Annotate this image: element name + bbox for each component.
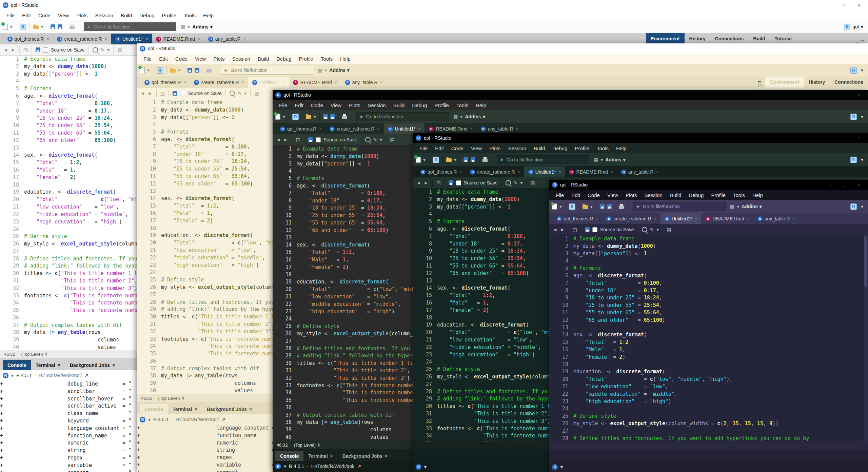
back-icon[interactable]: ◄	[416, 180, 421, 185]
source-editor[interactable]: 1234567891011121314151617181920212223242…	[549, 235, 868, 441]
menu-plots[interactable]: Plots	[623, 191, 640, 199]
code-tools-wand-icon[interactable]: ✎	[373, 137, 377, 142]
save-all-icon[interactable]	[58, 24, 62, 29]
save-icon[interactable]	[51, 24, 55, 29]
save-icon[interactable]	[308, 137, 313, 142]
menu-file[interactable]: File	[416, 144, 431, 152]
editor-scrollbar[interactable]	[864, 235, 868, 441]
dropdown-icon[interactable]: ▾	[324, 67, 327, 73]
forward-icon[interactable]: ►	[424, 180, 429, 185]
tab-close-icon[interactable]: ×	[418, 126, 420, 131]
goto-file-input[interactable]: ➤ Go to file/function	[221, 66, 313, 75]
menu-file[interactable]: File	[553, 191, 567, 199]
dropdown-icon[interactable]: ▾	[107, 47, 110, 53]
close-button[interactable]: ×	[857, 135, 861, 141]
tab-readme-rmd[interactable]: RREADME.Rmd×	[152, 34, 204, 44]
tab-any-table-r[interactable]: Rany_table.R×	[617, 166, 663, 177]
pane-layout-icon[interactable]: ▦	[730, 204, 734, 209]
open-file-icon[interactable]	[170, 69, 176, 73]
tab-close-icon[interactable]: ×	[242, 80, 244, 85]
console-tab-console[interactable]: Console	[140, 404, 168, 414]
forward-icon[interactable]: ►	[560, 227, 565, 232]
goto-file-input[interactable]: ➤ Go to file/function	[84, 22, 176, 31]
tab-close-icon[interactable]: ×	[558, 170, 561, 174]
dropdown-icon[interactable]: ▾	[284, 464, 286, 469]
tab-close-icon[interactable]: ×	[596, 216, 598, 221]
tab-close-icon[interactable]: ×	[46, 37, 49, 41]
tab-close-icon[interactable]: ×	[377, 126, 380, 131]
project-button[interactable]: R qol ▾	[844, 24, 865, 30]
tab-close-icon[interactable]: ×	[459, 170, 462, 174]
tab-qol-themes-r[interactable]: Rqol_themes.R×	[553, 213, 602, 224]
new-file-icon[interactable]: +	[275, 114, 280, 120]
project-button[interactable]: R ▾	[850, 203, 865, 210]
save-icon[interactable]	[323, 114, 328, 119]
save-icon[interactable]	[600, 204, 605, 209]
new-file-icon[interactable]: +	[416, 157, 421, 163]
menu-session[interactable]: Session	[365, 101, 389, 109]
menu-build[interactable]: Build	[531, 144, 548, 152]
env-tab-tutorial[interactable]: Tutorial	[770, 33, 796, 44]
back-icon[interactable]: ◄	[276, 137, 281, 142]
menu-profile[interactable]: Profile	[708, 191, 729, 199]
source-on-save-checkbox[interactable]	[316, 137, 321, 142]
tab-create-rstheme-r[interactable]: Rcreate_rstheme.R×	[466, 166, 524, 177]
source-on-save-checkbox[interactable]	[592, 227, 597, 232]
tab-qol-themes-r[interactable]: Rqol_themes.R×	[416, 166, 466, 177]
compile-report-icon[interactable]: ▤	[254, 91, 259, 96]
tab-close-icon[interactable]: ×	[654, 216, 656, 221]
menu-debug[interactable]: Debug	[549, 144, 570, 152]
menu-file[interactable]: File	[276, 101, 290, 109]
tab-close-icon[interactable]: ×	[611, 170, 613, 174]
search-icon[interactable]	[642, 227, 647, 232]
tab-close-icon[interactable]: ×	[105, 37, 107, 41]
open-file-icon[interactable]	[583, 205, 588, 209]
dropdown-icon[interactable]: ▾	[11, 373, 14, 378]
open-file-icon[interactable]	[33, 25, 39, 29]
menu-plots[interactable]: Plots	[210, 55, 228, 63]
compile-report-icon[interactable]: ▤	[530, 180, 535, 185]
addins-button[interactable]: Addins▾	[605, 157, 625, 162]
tab-readme-rmd[interactable]: RREADME.Rmd×	[289, 77, 341, 88]
menu-help[interactable]: Help	[337, 55, 354, 63]
forward-icon[interactable]: ►	[11, 47, 16, 53]
close-button[interactable]: ×	[857, 182, 861, 188]
tab-close-icon[interactable]: ×	[656, 170, 659, 174]
pane-layout-icon[interactable]: ▦	[318, 67, 322, 73]
tab-create-rstheme-r[interactable]: Rcreate_rstheme.R×	[326, 123, 383, 134]
tab-any-table-r[interactable]: Rany_table.R×	[753, 213, 799, 224]
env-tab-build[interactable]: Build	[749, 33, 770, 44]
menu-profile[interactable]: Profile	[431, 101, 452, 109]
menu-plots[interactable]: Plots	[346, 101, 363, 109]
show-in-new-window-icon[interactable]: ◳	[573, 227, 577, 232]
tab-close-icon[interactable]: ×	[198, 37, 200, 41]
compile-report-icon[interactable]: ▤	[667, 227, 671, 232]
compile-report-icon[interactable]: ▤	[390, 137, 394, 142]
print-icon[interactable]	[342, 116, 347, 119]
print-icon[interactable]	[482, 159, 488, 162]
menu-help[interactable]: Help	[613, 144, 630, 152]
goto-file-input[interactable]: ➤ Go to file/function	[497, 155, 589, 164]
tab-close-icon[interactable]: ×	[470, 126, 473, 131]
pane-layout-icon[interactable]: ▦	[453, 114, 458, 119]
minimize-button[interactable]: –	[829, 135, 831, 141]
console-tab-background-jobs[interactable]: Background Jobs×	[338, 451, 392, 461]
tab-create-rstheme-r[interactable]: Rcreate_rstheme.R×	[190, 77, 248, 88]
tab-close-icon[interactable]: ×	[195, 407, 197, 412]
new-project-icon[interactable]: R	[569, 203, 575, 210]
tab-untitled1-[interactable]: RUntitled1*×	[524, 166, 565, 177]
dropdown-icon[interactable]: ▾	[148, 417, 151, 422]
new-project-icon[interactable]: R	[292, 114, 299, 120]
tab-close-icon[interactable]: ×	[747, 216, 749, 221]
save-icon[interactable]	[188, 68, 192, 73]
close-button[interactable]: ×	[857, 92, 861, 98]
save-icon[interactable]	[173, 91, 177, 96]
menu-code[interactable]: Code	[308, 101, 326, 109]
scope-selector[interactable]: (Top Level) ⇕	[158, 396, 185, 401]
source-on-save-checkbox[interactable]	[43, 47, 48, 53]
env-tab-history[interactable]: History	[685, 33, 710, 44]
forward-icon[interactable]: ►	[283, 137, 288, 142]
window-titlebar[interactable]: R qol - RStudio –□×	[549, 180, 868, 190]
dropdown-icon[interactable]: ▾	[590, 204, 593, 209]
tab-create-rstheme-r[interactable]: Rcreate_rstheme.R×	[53, 34, 111, 44]
